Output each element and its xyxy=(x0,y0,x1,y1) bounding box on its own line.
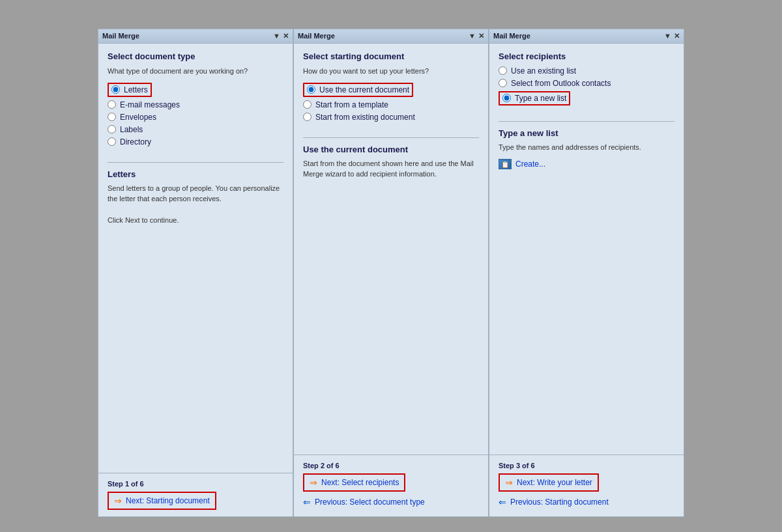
panel3-controls: ▼ ✕ xyxy=(664,32,680,40)
panel1-titlebar: Mail Merge ▼ ✕ xyxy=(98,29,293,44)
panel2-prev-label: Previous: Select document type xyxy=(315,497,425,507)
panel1-email-label: E-mail messages xyxy=(120,100,180,109)
panel2-current-label: Use the current document xyxy=(319,85,409,94)
panel3-section-title: Select recipients xyxy=(499,51,674,61)
panel2-subtitle: How do you want to set up your letters? xyxy=(303,66,479,76)
panel2-footer: Step 2 of 6 ⇒ Next: Select recipients ⇐ … xyxy=(294,455,488,516)
panel1-radio-letters[interactable] xyxy=(111,85,120,94)
panel2-titlebar: Mail Merge ▼ ✕ xyxy=(294,29,488,44)
panel3-option-new-list[interactable]: Type a new list xyxy=(499,91,674,105)
panel1-divider xyxy=(108,162,283,163)
panel2-prev-link[interactable]: ⇐ Previous: Select document type xyxy=(303,494,479,510)
panel1-envelopes-label: Envelopes xyxy=(120,113,156,122)
panel3-create-label: Create... xyxy=(515,160,545,169)
panel3-prev-arrow-icon: ⇐ xyxy=(499,497,506,507)
panel3-title: Mail Merge xyxy=(493,32,530,40)
panel3-prev-link[interactable]: ⇐ Previous: Starting document xyxy=(499,494,674,510)
panel2-section-title: Select starting document xyxy=(303,51,479,61)
panel1-option-email[interactable]: E-mail messages xyxy=(108,100,283,109)
panel-2: Mail Merge ▼ ✕ Select starting document … xyxy=(293,29,489,517)
panel1-radio-labels[interactable] xyxy=(108,125,116,133)
panel2-body: Select starting document How do you want… xyxy=(294,44,488,455)
panel2-next-label: Next: Select recipients xyxy=(321,478,399,487)
panel2-radio-template[interactable] xyxy=(303,100,311,109)
panel1-subtitle: What type of document are you working on… xyxy=(108,66,283,76)
panel1-radio-directory[interactable] xyxy=(108,137,116,146)
panel3-minimize-icon[interactable]: ▼ xyxy=(664,32,671,40)
panel2-next-button[interactable]: ⇒ Next: Select recipients xyxy=(303,473,405,492)
panel3-create-icon xyxy=(499,159,512,169)
panel2-template-label: Start from a template xyxy=(315,100,388,109)
panel2-minimize-icon[interactable]: ▼ xyxy=(469,32,476,40)
panel3-radio-outlook[interactable] xyxy=(499,79,507,87)
panel3-new-list-label: Type a new list xyxy=(515,94,566,103)
panel1-option-labels[interactable]: Labels xyxy=(108,125,283,134)
panel3-next-label: Next: Write your letter xyxy=(517,478,592,487)
panel3-new-list-highlight: Type a new list xyxy=(499,91,570,105)
panel1-radio-email[interactable] xyxy=(108,100,116,109)
panel3-step: Step 3 of 6 xyxy=(499,462,674,469)
panel1-option-directory[interactable]: Directory xyxy=(108,137,283,147)
panel1-letters-label: Letters xyxy=(124,85,148,94)
panel2-radio-current[interactable] xyxy=(307,85,315,94)
panel1-next-button[interactable]: ⇒ Next: Starting document xyxy=(108,492,216,510)
panel1-step: Step 1 of 6 xyxy=(108,480,283,488)
panel-3: Mail Merge ▼ ✕ Select recipients Use an … xyxy=(489,29,684,517)
panel2-radio-existing[interactable] xyxy=(303,113,311,121)
panel1-letters-highlight: Letters xyxy=(108,83,152,97)
panel1-minimize-icon[interactable]: ▼ xyxy=(273,32,280,40)
panel1-radio-group: Letters E-mail messages Envelopes Labels xyxy=(108,83,283,147)
panel3-outlook-label: Select from Outlook contacts xyxy=(511,79,611,88)
panel1-next-label: Next: Starting document xyxy=(126,496,210,505)
panel1-desc-title: Letters xyxy=(108,169,283,179)
panel3-desc-title: Type a new list xyxy=(499,128,674,138)
panel2-option-template[interactable]: Start from a template xyxy=(303,100,479,109)
panel3-close-icon[interactable]: ✕ xyxy=(674,32,680,40)
panel3-radio-group: Use an existing list Select from Outlook… xyxy=(499,66,674,105)
panel3-footer: Step 3 of 6 ⇒ Next: Write your letter ⇐ … xyxy=(489,455,684,516)
panel2-option-existing[interactable]: Start from existing document xyxy=(303,113,479,122)
panel2-controls: ▼ ✕ xyxy=(469,32,484,40)
panel2-next-arrow-icon: ⇒ xyxy=(310,477,317,488)
panel2-desc-text: Start from the document shown here and u… xyxy=(303,158,479,180)
panel1-title: Mail Merge xyxy=(102,32,139,40)
panel2-radio-group: Use the current document Start from a te… xyxy=(303,83,479,122)
panel2-step: Step 2 of 6 xyxy=(303,462,479,469)
panel3-existing-list-label: Use an existing list xyxy=(511,66,576,76)
panel3-body: Select recipients Use an existing list S… xyxy=(489,44,684,455)
panel2-title: Mail Merge xyxy=(298,32,335,40)
panel1-controls: ▼ ✕ xyxy=(273,32,289,40)
panel2-prev-arrow-icon: ⇐ xyxy=(303,497,311,507)
panels-container: Mail Merge ▼ ✕ Select document type What… xyxy=(98,29,684,517)
panel3-next-arrow-icon: ⇒ xyxy=(505,477,513,488)
panel3-next-button[interactable]: ⇒ Next: Write your letter xyxy=(499,473,599,492)
panel1-next-arrow-icon: ⇒ xyxy=(114,496,122,506)
panel1-option-envelopes[interactable]: Envelopes xyxy=(108,113,283,122)
panel3-option-existing-list[interactable]: Use an existing list xyxy=(499,66,674,76)
panel3-create-link[interactable]: Create... xyxy=(499,159,674,169)
panel1-labels-label: Labels xyxy=(120,125,143,134)
panel1-option-letters[interactable]: Letters xyxy=(108,83,283,97)
panel2-existing-label: Start from existing document xyxy=(315,113,415,122)
panel3-divider xyxy=(499,121,674,122)
panel2-current-highlight: Use the current document xyxy=(303,83,413,97)
panel2-option-current[interactable]: Use the current document xyxy=(303,83,479,97)
panel1-directory-label: Directory xyxy=(120,137,151,147)
panel3-radio-existing-list[interactable] xyxy=(499,66,507,75)
panel2-divider xyxy=(303,137,479,138)
panel3-desc-text: Type the names and addresses of recipien… xyxy=(499,142,674,153)
panel2-close-icon[interactable]: ✕ xyxy=(478,32,484,40)
panel3-option-outlook[interactable]: Select from Outlook contacts xyxy=(499,79,674,88)
panel2-desc-title: Use the current document xyxy=(303,145,479,154)
panel1-close-icon[interactable]: ✕ xyxy=(283,32,289,40)
panel1-body: Select document type What type of docume… xyxy=(98,44,293,473)
panel-1: Mail Merge ▼ ✕ Select document type What… xyxy=(98,29,293,517)
panel1-desc-text: Send letters to a group of people. You c… xyxy=(108,183,283,226)
panel3-radio-new-list[interactable] xyxy=(502,94,511,102)
panel1-radio-envelopes[interactable] xyxy=(108,113,116,121)
panel3-titlebar: Mail Merge ▼ ✕ xyxy=(489,29,684,44)
panel3-prev-label: Previous: Starting document xyxy=(510,497,609,507)
panel1-section-title: Select document type xyxy=(108,51,283,61)
panel1-footer: Step 1 of 6 ⇒ Next: Starting document xyxy=(98,473,293,516)
